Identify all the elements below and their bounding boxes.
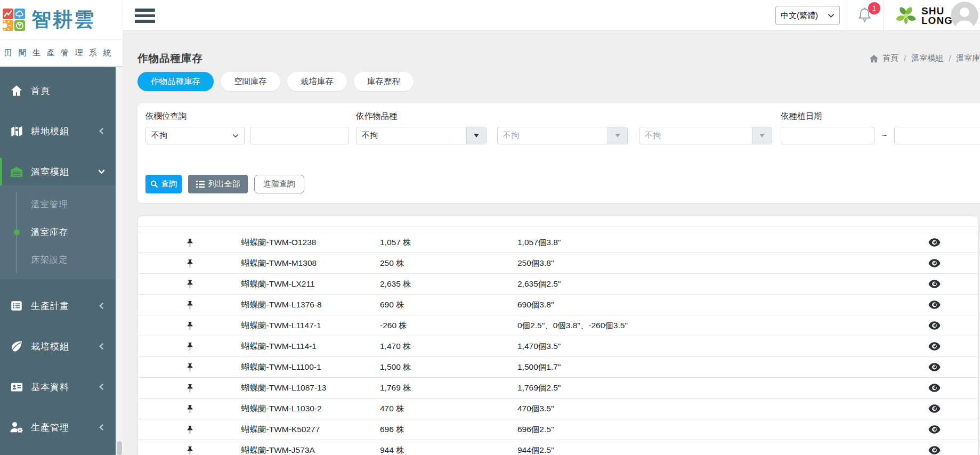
sidebar-item-production-plan[interactable]: 生產計畫 [0, 292, 116, 320]
pin-icon[interactable] [186, 446, 194, 455]
avatar-person-icon [951, 2, 978, 29]
quantity: 1,769 株 [380, 383, 517, 394]
view-details-button[interactable] [928, 280, 941, 288]
tab-inventory-history[interactable]: 庫存歷程 [354, 72, 414, 91]
view-details-button[interactable] [928, 404, 941, 413]
sidebar-item-production-management[interactable]: 生產管理 [0, 413, 116, 441]
sidebar-subitem-label: 床架設定 [31, 254, 68, 266]
view-details-button[interactable] [928, 259, 941, 267]
top-header: 中文(繁體) 1 SHU LONG [123, 0, 980, 31]
map-icon [9, 123, 25, 139]
crop-variety-label: 依作物品種 [356, 111, 398, 122]
pin-icon[interactable] [186, 384, 194, 393]
view-details-button[interactable] [928, 446, 941, 454]
caret-down-icon [615, 134, 620, 137]
hamburger-menu-icon[interactable] [135, 9, 155, 23]
brand-line2: LONG [921, 16, 953, 25]
pin-icon[interactable] [186, 300, 194, 310]
field-query-select[interactable]: 不拘 [145, 127, 245, 144]
list-all-button[interactable]: 列出全部 [188, 175, 248, 193]
field-query-input[interactable] [250, 127, 349, 144]
pin-icon[interactable] [186, 259, 194, 268]
dropdown-arrow-button[interactable] [608, 127, 627, 144]
size-breakdown: 470個3.5" [517, 403, 890, 415]
tab-space-inventory[interactable]: 空間庫存 [221, 72, 280, 91]
view-details-button[interactable] [928, 342, 941, 351]
view-details-button[interactable] [928, 238, 941, 247]
search-button[interactable]: 查詢 [145, 175, 182, 193]
breadcrumb: 首頁 / 溫室模組 / 溫室庫存 [869, 53, 980, 63]
eye-icon [928, 404, 941, 413]
dropdown-arrow-button[interactable] [466, 127, 486, 144]
quantity: 1,057 株 [380, 237, 517, 248]
view-details-button[interactable] [928, 300, 941, 309]
table-row: 蝴蝶蘭-TWM-L1087-13 1,769 株 1,769個2.5" [138, 378, 978, 399]
variety-name: 蝴蝶蘭-TWM-L1376-8 [241, 299, 380, 311]
quantity: 696 株 [380, 424, 517, 435]
variety-name: 蝴蝶蘭-TWM-L1100-1 [241, 362, 380, 373]
breadcrumb-home-icon [869, 54, 879, 63]
leaf-icon [9, 338, 25, 354]
advanced-search-button[interactable]: 進階查詢 [254, 175, 304, 193]
sidebar-scrollbar-thumb[interactable] [117, 441, 122, 455]
eye-icon [928, 238, 941, 247]
left-column: 智耕雲 田間生產管理系統 首頁 耕地模組 溫室模組 [0, 0, 123, 455]
pin-icon[interactable] [186, 321, 194, 330]
eye-icon [928, 425, 941, 434]
crop-variety-select-3[interactable]: 不拘 [639, 127, 772, 144]
size-breakdown: 1,769個2.5" [517, 383, 890, 394]
language-select[interactable]: 中文(繁體) [775, 6, 840, 25]
sidebar-subitem-bed-settings[interactable]: 床架設定 [0, 246, 116, 274]
notification-bell-button[interactable]: 1 [856, 6, 881, 28]
sidebar-subitem-greenhouse-management[interactable]: 溫室管理 [0, 191, 116, 218]
view-details-button[interactable] [928, 363, 941, 371]
breadcrumb-home[interactable]: 首頁 [882, 53, 898, 63]
logo-sprout-icon [14, 20, 25, 31]
chevron-left-icon [98, 424, 106, 432]
view-details-button[interactable] [928, 425, 941, 434]
sidebar-item-greenhouse[interactable]: 溫室模組 [0, 158, 116, 185]
quantity: -260 株 [380, 320, 517, 331]
breadcrumb-current: 溫室庫存 [956, 53, 980, 63]
view-details-button[interactable] [928, 321, 941, 330]
dropdown-arrow-button[interactable] [752, 127, 772, 144]
pin-icon[interactable] [186, 342, 194, 351]
variety-name: 蝴蝶蘭-TWM-L114-1 [241, 341, 380, 352]
select-chevron-icon [828, 13, 835, 18]
size-breakdown: 944個2.5" [517, 445, 890, 455]
quantity: 944 株 [380, 445, 517, 455]
tab-cultivation-inventory[interactable]: 栽培庫存 [287, 72, 347, 91]
user-avatar[interactable] [951, 2, 978, 29]
pin-icon[interactable] [186, 363, 194, 372]
greenhouse-icon [9, 164, 25, 180]
sidebar-submenu-greenhouse: 溫室管理 溫室庫存 床架設定 [0, 185, 116, 279]
plant-date-label: 依種植日期 [781, 111, 822, 122]
filter-panel: 依欄位查詢 依作物品種 依種植日期 不拘 不拘 不拘 不拘 ~ [137, 103, 980, 203]
chevron-left-icon [98, 302, 106, 310]
sidebar-item-label: 生產計畫 [31, 300, 69, 312]
crop-variety-select-1[interactable]: 不拘 [356, 127, 487, 144]
sidebar-item-farmland[interactable]: 耕地模組 [0, 117, 116, 145]
breadcrumb-module[interactable]: 溫室模組 [911, 53, 943, 63]
sidebar-item-cultivation[interactable]: 栽培模組 [0, 332, 116, 360]
search-icon [150, 180, 158, 188]
plant-date-to-input[interactable] [894, 127, 980, 144]
sidebar-item-home[interactable]: 首頁 [0, 77, 116, 104]
crop-variety-select-2[interactable]: 不拘 [497, 127, 628, 144]
eye-icon [928, 321, 941, 330]
pin-icon[interactable] [186, 280, 194, 289]
tab-crop-variety-inventory[interactable]: 作物品種庫存 [137, 72, 214, 91]
sidebar-item-label: 耕地模組 [31, 125, 69, 137]
plant-date-from-input[interactable] [781, 127, 874, 144]
size-breakdown: 250個3.8" [517, 258, 890, 269]
eye-icon [928, 280, 941, 288]
eye-icon [928, 384, 941, 392]
sidebar-subitem-greenhouse-inventory[interactable]: 溫室庫存 [0, 218, 116, 246]
chevron-down-icon [97, 168, 106, 176]
view-details-button[interactable] [928, 384, 941, 392]
pin-icon[interactable] [186, 404, 194, 413]
pin-icon[interactable] [186, 238, 194, 247]
sidebar-item-basic-data[interactable]: 基本資料 [0, 373, 116, 401]
list-icon [196, 181, 205, 188]
pin-icon[interactable] [186, 425, 194, 434]
